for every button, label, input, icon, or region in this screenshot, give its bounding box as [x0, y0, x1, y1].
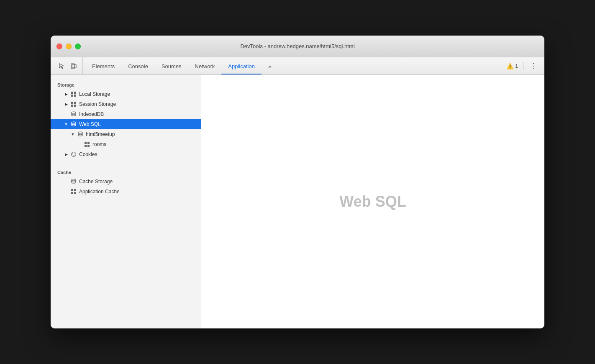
application-cache-label: Application Cache: [79, 189, 120, 195]
tab-more[interactable]: »: [262, 59, 278, 74]
toolbar-right: ⚠️ 1 ⋮: [503, 57, 542, 74]
cache-storage-label: Cache Storage: [79, 179, 113, 185]
db-icon: [77, 131, 83, 137]
sidebar-divider: [51, 163, 201, 163]
db-icon: [71, 121, 77, 127]
svg-rect-9: [74, 105, 76, 107]
html5meetup-label: html5meetup: [86, 131, 115, 137]
cookies-label: Cookies: [79, 151, 97, 157]
traffic-lights: [56, 44, 81, 49]
maximize-button[interactable]: [75, 44, 81, 49]
tab-list: Elements Console Sources Network Applica…: [85, 57, 503, 74]
db-icon: [71, 179, 77, 185]
svg-rect-1: [72, 64, 76, 68]
chevron-right-icon: ▶: [64, 102, 68, 106]
warning-count: 1: [515, 63, 518, 69]
more-options-button[interactable]: ⋮: [528, 61, 539, 71]
svg-rect-2: [71, 92, 73, 94]
svg-point-23: [72, 179, 76, 181]
svg-point-18: [72, 153, 73, 154]
chevron-down-icon: ▼: [64, 122, 68, 126]
minimize-button[interactable]: [66, 44, 72, 49]
chevron-right-icon: ▶: [64, 92, 68, 96]
svg-rect-13: [85, 142, 87, 144]
grid-icon: [84, 141, 90, 147]
toolbar-icon-group: [53, 57, 83, 74]
storage-section-header: Storage: [51, 79, 201, 89]
tab-console[interactable]: Console: [121, 59, 155, 74]
grid-icon: [71, 91, 77, 97]
toolbar: Elements Console Sources Network Applica…: [51, 57, 544, 75]
svg-point-22: [72, 155, 73, 155]
inspect-icon[interactable]: [56, 61, 67, 71]
svg-rect-24: [71, 189, 73, 191]
device-toggle-icon[interactable]: [69, 61, 79, 71]
sidebar-item-application-cache[interactable]: ▶ Application Cache: [51, 187, 201, 197]
main-panel: Web SQL: [201, 75, 544, 328]
titlebar: DevTools - andrew.hedges.name/html5/sql.…: [51, 36, 544, 57]
tab-application[interactable]: Application: [221, 59, 262, 74]
sidebar-item-indexeddb[interactable]: ▶ IndexedDB: [51, 109, 201, 119]
close-button[interactable]: [56, 44, 62, 49]
sidebar: Storage ▶ Local Storage ▶: [51, 75, 201, 328]
svg-point-17: [72, 152, 76, 157]
warning-icon: ⚠️: [506, 63, 513, 69]
svg-rect-3: [74, 92, 76, 94]
devtools-window: DevTools - andrew.hedges.name/html5/sql.…: [51, 36, 544, 328]
svg-point-19: [74, 154, 75, 154]
svg-rect-25: [74, 189, 76, 191]
svg-rect-16: [87, 145, 90, 147]
divider: [523, 62, 523, 70]
svg-point-10: [72, 112, 76, 113]
main-content: Storage ▶ Local Storage ▶: [51, 75, 544, 328]
cache-section-header: Cache: [51, 167, 201, 177]
tab-sources[interactable]: Sources: [155, 59, 188, 74]
svg-rect-7: [74, 102, 76, 104]
svg-rect-6: [71, 102, 73, 104]
chevron-down-icon: ▼: [71, 132, 75, 136]
panel-watermark: Web SQL: [339, 193, 406, 210]
sidebar-item-local-storage[interactable]: ▶ Local Storage: [51, 89, 201, 99]
tab-network[interactable]: Network: [188, 59, 222, 74]
svg-rect-27: [74, 192, 76, 194]
chevron-right-icon: ▶: [64, 152, 68, 156]
sidebar-item-cache-storage[interactable]: ▶ Cache Storage: [51, 177, 201, 187]
svg-point-12: [78, 132, 82, 133]
sidebar-item-rooms[interactable]: ▶ rooms: [51, 139, 201, 149]
local-storage-label: Local Storage: [79, 91, 110, 97]
session-storage-label: Session Storage: [79, 101, 116, 107]
sidebar-item-web-sql[interactable]: ▼ Web SQL: [51, 119, 201, 129]
grid-icon: [71, 101, 77, 107]
grid-icon: [71, 189, 77, 195]
svg-rect-14: [87, 142, 90, 144]
window-title: DevTools - andrew.hedges.name/html5/sql.…: [240, 43, 354, 49]
sidebar-item-html5meetup[interactable]: ▼ html5meetup: [51, 129, 201, 139]
svg-rect-5: [74, 95, 76, 97]
db-icon: [71, 111, 77, 117]
indexeddb-label: IndexedDB: [79, 111, 104, 117]
svg-point-21: [74, 155, 75, 156]
svg-rect-15: [85, 145, 87, 147]
sidebar-item-cookies[interactable]: ▶ Cookies: [51, 149, 201, 159]
tab-elements[interactable]: Elements: [85, 59, 121, 74]
rooms-label: rooms: [92, 141, 106, 147]
svg-point-11: [72, 122, 76, 123]
warning-badge[interactable]: ⚠️ 1: [506, 63, 518, 69]
sidebar-item-session-storage[interactable]: ▶ Session Storage: [51, 99, 201, 109]
svg-rect-8: [71, 105, 73, 107]
cookie-icon: [71, 151, 77, 157]
svg-rect-4: [71, 95, 73, 97]
web-sql-label: Web SQL: [79, 121, 101, 127]
svg-point-20: [73, 155, 74, 156]
svg-rect-26: [71, 192, 73, 194]
